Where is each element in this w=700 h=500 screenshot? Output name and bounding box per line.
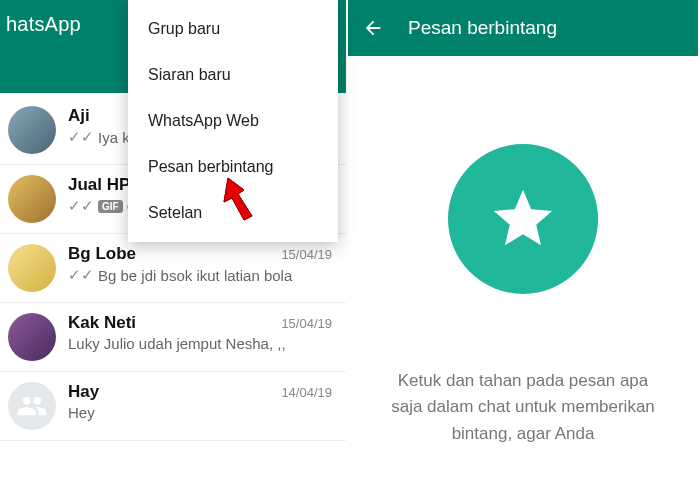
chat-item[interactable]: Kak Neti15/04/19 Luky Julio udah jemput … — [0, 303, 346, 372]
gif-badge: GIF — [98, 200, 123, 213]
back-button[interactable] — [362, 17, 384, 39]
chat-date: 14/04/19 — [281, 385, 332, 400]
double-check-icon: ✓✓ — [68, 197, 94, 215]
chat-name: Aji — [68, 106, 90, 126]
menu-item-starred-messages[interactable]: Pesan berbintang — [128, 144, 338, 190]
group-icon — [16, 390, 48, 422]
avatar — [8, 382, 56, 430]
star-illustration — [448, 144, 598, 294]
chat-name: Hay — [68, 382, 99, 402]
avatar — [8, 106, 56, 154]
menu-item-whatsapp-web[interactable]: WhatsApp Web — [128, 98, 338, 144]
chat-date: 15/04/19 — [281, 316, 332, 331]
chat-item[interactable]: Bg Lobe15/04/19 ✓✓Bg be jdi bsok ikut la… — [0, 234, 346, 303]
menu-item-new-broadcast[interactable]: Siaran baru — [128, 52, 338, 98]
chat-name: Kak Neti — [68, 313, 136, 333]
chat-message: Luky Julio udah jemput Nesha, ,, — [68, 335, 286, 352]
starred-empty-state: Ketuk dan tahan pada pesan apa saja dala… — [348, 56, 698, 447]
avatar — [8, 244, 56, 292]
arrow-left-icon — [362, 17, 384, 39]
avatar — [8, 313, 56, 361]
starred-messages-screen: Pesan berbintang Ketuk dan tahan pada pe… — [348, 0, 698, 500]
avatar — [8, 175, 56, 223]
chat-name: Bg Lobe — [68, 244, 136, 264]
chat-list-screen: hatsApp CHAT Aji ✓✓Iya kau la Jual HP ✓✓… — [0, 0, 348, 500]
star-icon — [488, 184, 558, 254]
chat-name: Jual HP — [68, 175, 130, 195]
menu-item-settings[interactable]: Setelan — [128, 190, 338, 236]
app-title: hatsApp — [6, 13, 81, 36]
page-title: Pesan berbintang — [408, 17, 557, 39]
double-check-icon: ✓✓ — [68, 128, 94, 146]
menu-item-new-group[interactable]: Grup baru — [128, 6, 338, 52]
overflow-menu: Grup baru Siaran baru WhatsApp Web Pesan… — [128, 0, 338, 242]
double-check-icon: ✓✓ — [68, 266, 94, 284]
chat-date: 15/04/19 — [281, 247, 332, 262]
chat-message: Hey — [68, 404, 95, 421]
starred-header: Pesan berbintang — [348, 0, 698, 56]
chat-item[interactable]: Hay14/04/19 Hey — [0, 372, 346, 441]
empty-state-text: Ketuk dan tahan pada pesan apa saja dala… — [348, 368, 698, 447]
chat-message: Bg be jdi bsok ikut latian bola — [98, 267, 292, 284]
